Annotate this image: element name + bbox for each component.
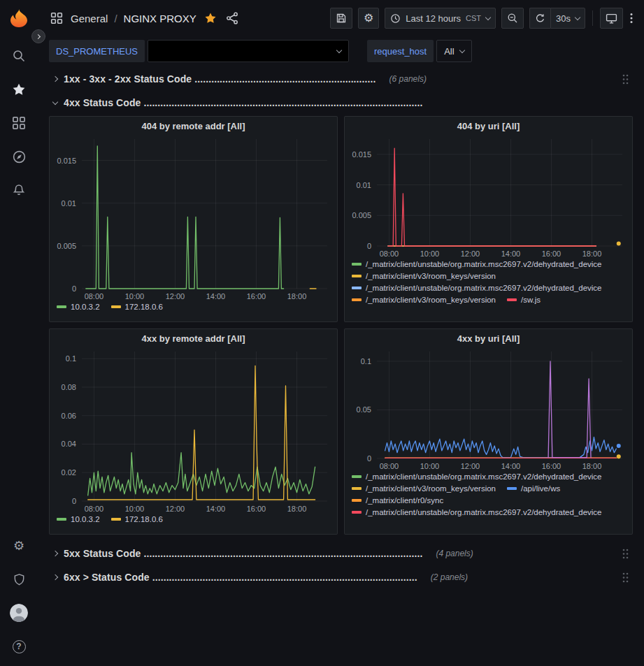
chart-legend: /_matrix/client/unstable/org.matrix.msc2… [345,472,632,534]
svg-text:0.005: 0.005 [352,211,371,219]
drag-handle-icon[interactable] [622,74,629,85]
kebab-menu-icon[interactable] [629,11,634,25]
row-5xx[interactable]: 5xx Status Code ........................… [49,543,633,564]
configuration-gear-icon[interactable]: ⚙ [3,530,34,561]
legend-item[interactable]: /_matrix/client/v3/room_keys/version [352,484,496,493]
chevron-down-icon [485,14,491,20]
svg-text:0.01: 0.01 [62,199,76,208]
row-4xx[interactable]: 4xx Status Code ........................… [49,92,633,113]
breadcrumb: General / NGINX PROXY [71,13,196,24]
row-6xx[interactable]: 6xx > Status Code ......................… [49,567,633,588]
dashboards-nav-icon[interactable] [3,108,34,138]
panel-404-by-remote-addr: 404 by remote addr [All] 08:0010:0012:00… [49,116,338,322]
chart-legend: /_matrix/client/unstable/org.matrix.msc2… [345,260,632,321]
legend-item[interactable]: /_matrix/client/v3/room_keys/version [352,272,496,280]
svg-text:10:00: 10:00 [420,462,440,470]
dashboard-title[interactable]: NGINX PROXY [124,13,196,24]
user-avatar[interactable] [3,598,34,628]
panel-title-bar[interactable]: 4xx by remote addr [All] [50,329,337,345]
svg-text:0.06: 0.06 [62,412,76,420]
grafana-app: ⚙ ? General / NGINX PROXY [0,0,644,666]
refresh-button[interactable] [529,8,550,29]
legend-item[interactable]: /_matrix/client/unstable/org.matrix.msc2… [352,284,602,292]
legend-item[interactable]: 10.0.3.2 [57,303,100,311]
row-panel-count: (4 panels) [436,549,473,558]
svg-text:0.005: 0.005 [57,242,76,250]
chevron-down-icon [52,99,58,104]
svg-text:0.05: 0.05 [357,405,371,414]
legend-item[interactable]: /_matrix/client/unstable/org.matrix.msc2… [352,472,602,481]
svg-text:0.01: 0.01 [357,181,371,189]
request-host-variable-select[interactable]: All [436,40,471,62]
legend-item[interactable]: 172.18.0.6 [111,515,163,523]
panel-title: 404 by uri [All] [350,121,627,131]
legend-item[interactable]: /_matrix/client/unstable/org.matrix.msc2… [352,508,602,516]
legend-item[interactable]: 10.0.3.2 [57,515,100,523]
request-host-variable-label[interactable]: request_host [367,40,434,62]
time-series-chart[interactable]: 08:0010:0012:0014:0016:0018:0000.0050.01… [345,132,632,260]
zoom-out-button[interactable] [501,8,524,29]
legend-item[interactable]: /_matrix/client/unstable/org.matrix.msc2… [352,260,602,268]
legend-item[interactable]: /api/live/ws [507,484,560,493]
svg-text:0: 0 [367,454,371,463]
svg-text:18:00: 18:00 [582,462,602,470]
svg-text:0.04: 0.04 [62,440,76,448]
time-series-chart[interactable]: 08:0010:0012:0014:0016:0018:0000.050.1 [345,345,632,472]
alerting-bell-icon[interactable] [3,175,34,205]
panel-title-bar[interactable]: 4xx by uri [All] [345,329,632,345]
sidebar: ⚙ ? [0,0,38,666]
explore-compass-icon[interactable] [3,141,34,172]
panel-grid: 404 by remote addr [All] 08:0010:0012:00… [49,116,633,535]
legend-item[interactable]: /_matrix/client/v3/room_keys/version [352,296,496,304]
legend-item[interactable]: /_matrix/client/r0/sync [352,496,443,505]
main-area: General / NGINX PROXY ⚙ Last 12 hours CS… [38,0,644,666]
top-navbar: General / NGINX PROXY ⚙ Last 12 hours CS… [38,0,644,36]
dashboard-settings-button[interactable]: ⚙ [358,8,379,29]
server-admin-shield-icon[interactable] [3,564,34,595]
row-title: 1xx - 3xx - 2xx Status Code ............… [64,73,376,85]
chart-legend: 10.0.3.2172.18.0.6 [50,515,337,534]
starred-nav-icon[interactable] [3,74,34,105]
row-panel-count: (6 panels) [389,74,427,84]
refresh-interval-dropdown[interactable]: 30s [550,8,585,29]
panel-title-bar[interactable]: 404 by remote addr [All] [50,117,337,132]
panel-4xx-by-remote-addr: 4xx by remote addr [All] 08:0010:0012:00… [49,328,338,535]
share-icon[interactable] [224,10,240,26]
svg-text:16:00: 16:00 [542,249,561,258]
panel-4xx-by-uri: 4xx by uri [All] 08:0010:0012:0014:0016:… [344,328,633,535]
svg-text:10:00: 10:00 [125,505,145,513]
favorite-star-icon[interactable] [203,10,218,26]
datasource-variable-select[interactable] [148,40,349,62]
svg-text:10:00: 10:00 [420,249,440,258]
search-icon[interactable] [3,41,34,71]
drag-handle-icon[interactable] [622,572,629,583]
time-range-picker[interactable]: Last 12 hours CST [385,8,496,29]
row-1xx-3xx-2xx[interactable]: 1xx - 3xx - 2xx Status Code ............… [49,68,633,89]
tv-mode-button[interactable] [600,8,623,29]
svg-text:12:00: 12:00 [166,292,185,301]
svg-text:08:00: 08:00 [85,505,104,513]
svg-text:0: 0 [367,242,371,250]
sidebar-expand-button[interactable] [31,29,45,43]
breadcrumb-folder[interactable]: General [71,13,108,24]
legend-item[interactable]: 172.18.0.6 [111,303,163,311]
chevron-down-icon [459,47,464,52]
svg-text:16:00: 16:00 [247,292,266,301]
drag-handle-icon[interactable] [622,549,629,559]
datasource-variable-label[interactable]: DS_PROMETHEUS [49,40,145,62]
dashboard-folder-grid-icon[interactable] [49,10,64,26]
save-dashboard-button[interactable] [330,8,352,29]
chart-legend: 10.0.3.2172.18.0.6 [50,303,337,321]
svg-text:0.02: 0.02 [62,468,76,477]
navbar-actions: ⚙ Last 12 hours CST 30s [330,8,634,29]
time-series-chart[interactable]: 08:0010:0012:0014:0016:0018:0000.0050.01… [50,132,337,303]
legend-item[interactable]: /sw.js [507,296,541,304]
svg-text:12:00: 12:00 [461,249,480,258]
panel-title-bar[interactable]: 404 by uri [All] [345,117,632,132]
help-icon[interactable]: ? [3,631,34,662]
grafana-logo[interactable] [7,7,31,31]
svg-text:14:00: 14:00 [206,505,226,513]
panel-title: 404 by remote addr [All] [55,121,331,131]
panel-title: 4xx by uri [All] [350,333,627,344]
time-series-chart[interactable]: 08:0010:0012:0014:0016:0018:0000.020.040… [50,345,337,515]
